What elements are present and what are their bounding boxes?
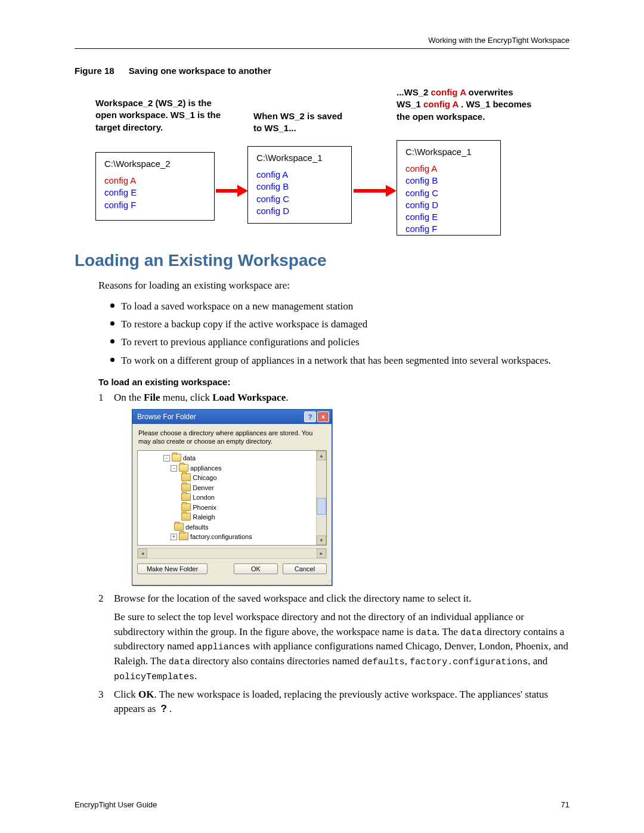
- box-title: C:\Workspace_2: [104, 159, 206, 169]
- help-button[interactable]: ?: [304, 411, 316, 422]
- diagram-box-ws2: C:\Workspace_2 config A config E config …: [95, 152, 215, 221]
- vertical-scrollbar[interactable]: ▲ ▼: [316, 451, 326, 545]
- diagram-caption-1: Workspace_2 (WS_2) is the open workspace…: [95, 97, 227, 134]
- config-entry: config E: [405, 211, 492, 223]
- tree-row[interactable]: Chicago: [141, 473, 323, 483]
- step-text: On the File menu, click Load Workspace.: [114, 391, 569, 405]
- diagram-caption-2: When WS_2 is saved to WS_1...: [253, 110, 349, 135]
- step-text: Click OK. The new workspace is loaded, r…: [114, 688, 569, 717]
- scroll-up-icon[interactable]: ▲: [317, 451, 326, 460]
- arrow-icon: [354, 189, 388, 193]
- folder-icon: [181, 484, 191, 491]
- arrow-icon: [216, 189, 240, 193]
- config-entry: config C: [256, 193, 343, 205]
- page-number: 71: [561, 800, 569, 809]
- tree-row[interactable]: London: [141, 493, 323, 503]
- list-item: To revert to previous appliance configur…: [110, 335, 569, 350]
- step-number: 1: [98, 391, 114, 405]
- folder-icon: [172, 454, 181, 462]
- step-3: 3 Click OK. The new workspace is loaded,…: [98, 688, 569, 717]
- footer-title: EncrypTight User Guide: [75, 800, 157, 809]
- config-entry: config E: [104, 187, 206, 199]
- tree-row[interactable]: Phoenix: [141, 503, 323, 513]
- collapse-icon[interactable]: -: [163, 455, 170, 462]
- folder-icon: [181, 513, 191, 521]
- diagram-box-ws1-before: C:\Workspace_1 config A config B config …: [247, 146, 352, 224]
- folder-icon: [181, 473, 191, 481]
- step-number: 3: [98, 688, 114, 717]
- figure-caption: Figure 18 Saving one workspace to anothe…: [75, 66, 569, 76]
- make-new-folder-button[interactable]: Make New Folder: [137, 563, 208, 574]
- step-2: 2 Browse for the location of the saved w…: [98, 592, 569, 606]
- step-text: Browse for the location of the saved wor…: [114, 592, 569, 606]
- config-entry: config D: [256, 205, 343, 217]
- tree-row[interactable]: Raleigh: [141, 512, 323, 522]
- config-entry: config B: [256, 181, 343, 193]
- folder-icon: [181, 493, 191, 501]
- folder-icon: [179, 464, 188, 472]
- horizontal-scrollbar[interactable]: ◄ ►: [137, 548, 327, 559]
- dialog-title: Browse For Folder: [137, 413, 196, 421]
- browse-folder-dialog: Browse For Folder ? × Please choose a di…: [132, 409, 332, 586]
- tree-row[interactable]: defaults: [141, 522, 323, 532]
- scroll-thumb[interactable]: [317, 498, 326, 515]
- diagram-box-ws1-after: C:\Workspace_1 config A config B config …: [397, 140, 501, 236]
- figure-label: Figure 18: [75, 66, 114, 76]
- config-entry: config A: [256, 169, 343, 181]
- list-item: To load a saved workspace on a new manag…: [110, 299, 569, 314]
- step-2-detail: Be sure to select the top level workspac…: [114, 610, 569, 684]
- dialog-button-row: Make New Folder OK Cancel: [132, 561, 332, 579]
- config-entry: config F: [405, 223, 492, 235]
- list-item: To work on a different group of applianc…: [110, 353, 569, 368]
- config-entry: config A: [104, 175, 206, 187]
- folder-tree[interactable]: -data -appliances Chicago Denver London …: [137, 450, 327, 546]
- expand-icon[interactable]: +: [171, 534, 177, 540]
- tree-row[interactable]: -data: [141, 453, 323, 463]
- box-title: C:\Workspace_1: [256, 153, 343, 163]
- config-entry: config D: [405, 199, 492, 211]
- box-title: C:\Workspace_1: [405, 147, 492, 157]
- tree-row[interactable]: Denver: [141, 483, 323, 493]
- question-mark-icon: ?: [159, 702, 169, 717]
- ok-button[interactable]: OK: [234, 563, 278, 574]
- collapse-icon[interactable]: -: [171, 465, 177, 472]
- config-entry: config C: [405, 187, 492, 199]
- dialog-titlebar[interactable]: Browse For Folder ? ×: [132, 410, 332, 424]
- scroll-left-icon[interactable]: ◄: [138, 549, 147, 558]
- section-heading: Loading an Existing Workspace: [75, 251, 569, 270]
- step-number: 2: [98, 592, 114, 606]
- procedure-heading: To load an existing workspace:: [98, 377, 569, 387]
- intro-text: Reasons for loading an existing workspac…: [98, 278, 569, 293]
- dialog-message: Please choose a directory where applianc…: [132, 424, 332, 448]
- folder-icon: [179, 532, 188, 540]
- running-header: Working with the EncrypTight Workspace: [75, 36, 569, 49]
- figure-diagram: Workspace_2 (WS_2) is the open workspace…: [75, 86, 569, 236]
- step-1: 1 On the File menu, click Load Workspace…: [98, 391, 569, 405]
- config-entry: config A: [405, 163, 492, 175]
- scroll-right-icon[interactable]: ►: [317, 549, 326, 558]
- list-item: To restore a backup copy if the active w…: [110, 317, 569, 332]
- page-footer: EncrypTight User Guide 71: [75, 800, 569, 809]
- config-entry: config F: [104, 199, 206, 211]
- diagram-caption-3: ...WS_2 config A overwrites WS_1 config …: [397, 86, 534, 123]
- folder-icon: [174, 523, 184, 531]
- cancel-button[interactable]: Cancel: [283, 563, 327, 574]
- figure-title: Saving one workspace to another: [129, 66, 271, 76]
- folder-icon: [181, 503, 191, 511]
- tree-row[interactable]: -appliances: [141, 463, 323, 473]
- tree-row[interactable]: +factory.configurations: [141, 532, 323, 542]
- scroll-down-icon[interactable]: ▼: [317, 535, 326, 545]
- close-button[interactable]: ×: [317, 411, 329, 422]
- reason-list: To load a saved workspace on a new manag…: [75, 299, 569, 368]
- resize-grip-icon[interactable]: ⋰: [132, 579, 332, 585]
- config-entry: config B: [405, 175, 492, 187]
